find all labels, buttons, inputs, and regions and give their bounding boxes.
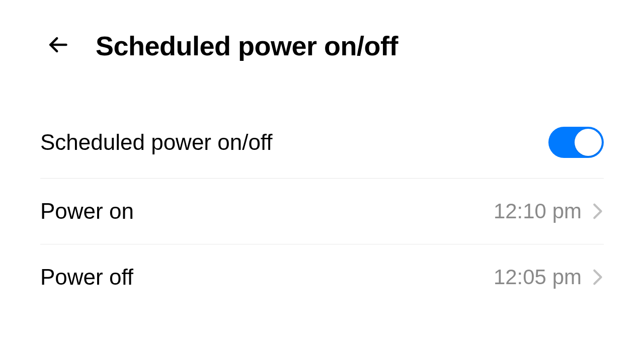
master-toggle-label: Scheduled power on/off <box>40 130 273 155</box>
master-toggle-switch[interactable] <box>548 127 604 158</box>
chevron-right-icon <box>592 267 604 287</box>
power-on-label: Power on <box>40 199 134 224</box>
toggle-knob <box>575 129 602 156</box>
power-off-label: Power off <box>40 265 133 290</box>
back-button[interactable] <box>45 33 70 58</box>
power-off-value: 12:05 pm <box>494 265 582 289</box>
power-on-value: 12:10 pm <box>494 199 582 223</box>
header: Scheduled power on/off <box>0 0 644 81</box>
power-on-row[interactable]: Power on 12:10 pm <box>40 179 604 244</box>
power-off-value-group: 12:05 pm <box>494 265 604 289</box>
back-arrow-icon <box>47 34 69 58</box>
chevron-right-icon <box>592 201 604 221</box>
page-title: Scheduled power on/off <box>96 30 398 61</box>
power-off-row[interactable]: Power off 12:05 pm <box>40 244 604 310</box>
settings-list: Scheduled power on/off Power on 12:10 pm… <box>0 81 644 310</box>
power-on-value-group: 12:10 pm <box>494 199 604 223</box>
master-toggle-row[interactable]: Scheduled power on/off <box>40 107 604 179</box>
